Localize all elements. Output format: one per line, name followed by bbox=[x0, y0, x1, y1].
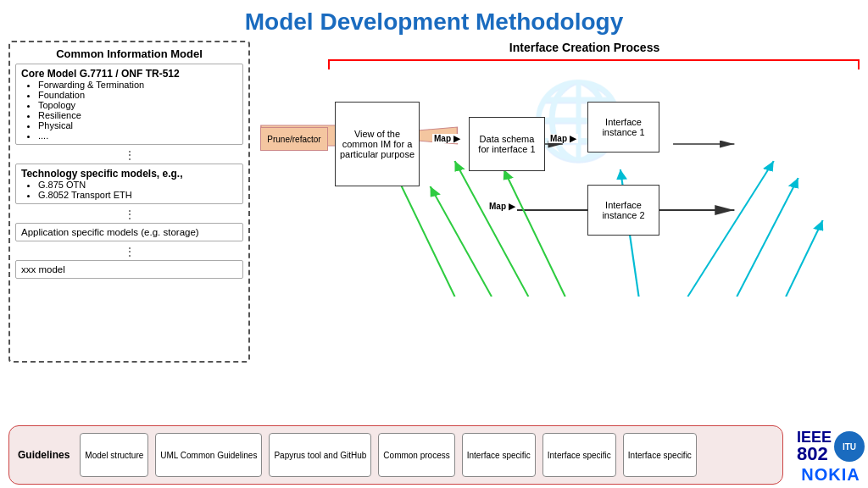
guideline-item-3: Common process bbox=[378, 433, 454, 477]
right-area: Interface Creation Process 🌐 bbox=[259, 41, 860, 447]
icp-title: Interface Creation Process bbox=[309, 41, 860, 54]
cim-divider-2: ⋮ bbox=[15, 208, 243, 221]
cim-section-xxx: xxx model bbox=[15, 260, 243, 279]
svg-line-15 bbox=[786, 220, 822, 297]
map-label-3: Map ▶ bbox=[487, 202, 517, 211]
guideline-item-0: Model structure bbox=[80, 433, 148, 477]
ieee-802: 802 bbox=[797, 445, 832, 463]
interface1-box: Interface instance 1 bbox=[587, 102, 659, 152]
guideline-item-1: UML Common Guidelines bbox=[155, 433, 262, 477]
data-schema-box: Data schema for interface 1 bbox=[469, 117, 545, 171]
cim-divider-3: ⋮ bbox=[15, 245, 243, 258]
view-box: View of the common IM for a particular p… bbox=[335, 102, 420, 186]
cim-core-list: Forwarding & Termination Foundation Topo… bbox=[21, 80, 237, 141]
svg-line-11 bbox=[504, 169, 565, 297]
cim-tech-list: G.875 OTN G.8052 Transport ETH bbox=[21, 180, 237, 200]
cim-section-tech: Technology specific models, e.g., G.875 … bbox=[15, 164, 243, 204]
cim-section-app: Application specific models (e.g. storag… bbox=[15, 223, 243, 241]
cim-title: Common Information Model bbox=[15, 47, 243, 60]
itu-logo: ITU bbox=[834, 431, 865, 462]
cim-section-core: Core Model G.7711 / ONF TR-512 Forwardin… bbox=[15, 64, 243, 145]
nokia-logo: NOKIA bbox=[801, 465, 860, 485]
svg-line-10 bbox=[455, 161, 529, 297]
logos-area: IEEE 802 ITU NOKIA bbox=[797, 430, 865, 485]
cim-container: Common Information Model Core Model G.77… bbox=[8, 41, 250, 447]
map-label-1: Map ▶ bbox=[432, 134, 462, 143]
flow-area: 🌐 bbox=[259, 59, 860, 305]
ieee-logo: IEEE 802 ITU bbox=[797, 430, 865, 463]
svg-line-9 bbox=[431, 186, 492, 297]
svg-line-14 bbox=[737, 178, 798, 297]
svg-line-13 bbox=[687, 161, 773, 297]
map-label-2: Map ▶ bbox=[548, 134, 578, 143]
guideline-item-2: Papyrus tool and GitHub bbox=[269, 433, 371, 477]
cim-divider-1: ⋮ bbox=[15, 148, 243, 162]
guidelines-title: Guidelines bbox=[18, 449, 70, 461]
red-bracket bbox=[328, 59, 860, 69]
guideline-item-5: Interface specific bbox=[542, 433, 616, 477]
guidelines-area: Guidelines Model structure UML Common Gu… bbox=[8, 425, 783, 485]
guideline-item-4: Interface specific bbox=[462, 433, 536, 477]
page-title: Model Development Methodology bbox=[0, 0, 868, 41]
guideline-item-6: Interface specific bbox=[623, 433, 697, 477]
interface2-box: Interface instance 2 bbox=[587, 185, 659, 236]
prune-box: Prune/refactor bbox=[260, 127, 328, 151]
